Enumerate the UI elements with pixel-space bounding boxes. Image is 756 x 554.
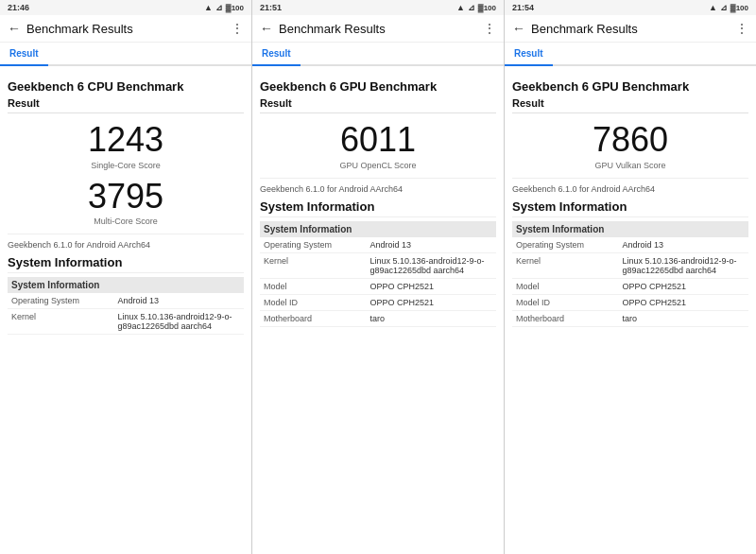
score-value: 7860 — [512, 121, 748, 159]
battery-icon: ▓100 — [478, 4, 496, 12]
result-label: Result — [260, 97, 496, 109]
row-value: Linux 5.10.136-android12-9-o-g89ac12265d… — [367, 252, 497, 278]
result-label: Result — [512, 97, 748, 109]
score-label: Single-Core Score — [8, 161, 244, 170]
wifi-icon: ⊿ — [468, 3, 475, 12]
row-value: OPPO CPH2521 — [367, 278, 497, 294]
page-title: Benchmark Results — [279, 22, 483, 36]
row-value: taro — [619, 310, 749, 326]
row-value: Android 13 — [367, 237, 497, 253]
system-info-table: System Information Operating System Andr… — [8, 277, 244, 335]
table-header: System Information — [8, 277, 244, 293]
table-row: Model OPPO CPH2521 — [260, 278, 496, 294]
row-key: Motherboard — [260, 310, 367, 326]
status-bar: 21:54 ▲ ⊿ ▓100 — [505, 0, 756, 15]
row-value: OPPO CPH2521 — [367, 294, 497, 310]
battery-icon: ▓100 — [730, 4, 748, 12]
row-key: Model — [260, 278, 367, 294]
status-time: 21:46 — [8, 3, 29, 12]
signal-icon: ▲ — [709, 3, 717, 12]
back-button[interactable]: ← — [8, 21, 21, 36]
geekbench-note: Geekbench 6.1.0 for Android AArch64 — [8, 234, 244, 250]
benchmark-title: Geekbench 6 CPU Benchmark — [8, 79, 244, 94]
score-label: Multi-Core Score — [8, 216, 244, 226]
back-button[interactable]: ← — [512, 21, 525, 36]
row-key: Motherboard — [512, 310, 619, 326]
status-icons: ▲ ⊿ ▓100 — [204, 3, 244, 12]
row-value: taro — [367, 310, 497, 326]
system-info-title: System Information — [8, 255, 244, 273]
wifi-icon: ⊿ — [215, 3, 223, 12]
top-bar: ← Benchmark Results ⋮ — [0, 15, 251, 43]
phone-panel-2: 21:51 ▲ ⊿ ▓100 ← Benchmark Results ⋮ Res… — [252, 0, 505, 554]
row-value: Android 13 — [114, 293, 245, 309]
table-row: Model OPPO CPH2521 — [512, 278, 748, 294]
phone-panel-1: 21:46 ▲ ⊿ ▓100 ← Benchmark Results ⋮ Res… — [0, 0, 252, 554]
row-key: Model ID — [260, 294, 367, 310]
table-row: Motherboard taro — [260, 310, 496, 326]
tab-result[interactable]: Result — [505, 43, 553, 66]
table-header: System Information — [512, 221, 748, 237]
benchmark-title: Geekbench 6 GPU Benchmark — [512, 79, 748, 94]
divider — [512, 113, 748, 113]
top-bar: ← Benchmark Results ⋮ — [505, 15, 756, 43]
table-row: Operating System Android 13 — [8, 293, 244, 309]
row-value: Linux 5.10.136-android12-9-o-g89ac12265d… — [114, 309, 245, 335]
content-area: Geekbench 6 CPU Benchmark Result 1243 Si… — [0, 66, 251, 554]
row-key: Kernel — [8, 309, 114, 335]
system-info-title: System Information — [512, 199, 748, 217]
row-key: Operating System — [8, 293, 114, 309]
content-area: Geekbench 6 GPU Benchmark Result 7860 GP… — [505, 66, 756, 554]
content-area: Geekbench 6 GPU Benchmark Result 6011 GP… — [252, 66, 504, 554]
score-value: 6011 — [260, 121, 496, 159]
table-header: System Information — [260, 221, 496, 237]
status-time: 21:54 — [512, 3, 534, 12]
page-title: Benchmark Results — [26, 22, 231, 36]
page-title: Benchmark Results — [531, 22, 735, 36]
score-label: GPU OpenCL Score — [260, 161, 496, 170]
row-key: Operating System — [512, 237, 619, 253]
menu-button[interactable]: ⋮ — [483, 21, 496, 36]
row-value: Linux 5.10.136-android12-9-o-g89ac12265d… — [619, 252, 749, 278]
signal-icon: ▲ — [204, 3, 213, 12]
system-info-table: System Information Operating System Andr… — [260, 221, 496, 327]
signal-icon: ▲ — [456, 3, 465, 12]
tab-result[interactable]: Result — [0, 43, 48, 66]
back-button[interactable]: ← — [260, 21, 273, 36]
row-key: Kernel — [260, 252, 367, 278]
table-row: Model ID OPPO CPH2521 — [512, 294, 748, 310]
row-key: Kernel — [512, 252, 619, 278]
score-group: 3795 Multi-Core Score — [8, 178, 244, 227]
table-row: Motherboard taro — [512, 310, 748, 326]
row-value: OPPO CPH2521 — [619, 294, 749, 310]
tab-result[interactable]: Result — [252, 43, 301, 66]
table-row: Model ID OPPO CPH2521 — [260, 294, 496, 310]
score-group: 1243 Single-Core Score — [8, 121, 244, 170]
row-key: Model — [512, 278, 619, 294]
system-info-section: System Information System Information Op… — [8, 255, 244, 335]
tab-bar: Result — [505, 43, 756, 66]
status-icons: ▲ ⊿ ▓100 — [709, 3, 748, 12]
row-value: Android 13 — [619, 237, 749, 253]
status-bar: 21:51 ▲ ⊿ ▓100 — [252, 0, 504, 15]
row-key: Operating System — [260, 237, 367, 253]
score-value: 1243 — [8, 121, 244, 159]
geekbench-note: Geekbench 6.1.0 for Android AArch64 — [512, 178, 748, 194]
score-group: 6011 GPU OpenCL Score — [260, 121, 496, 170]
row-value: OPPO CPH2521 — [619, 278, 749, 294]
top-bar: ← Benchmark Results ⋮ — [252, 15, 504, 43]
system-info-table: System Information Operating System Andr… — [512, 221, 748, 327]
row-key: Model ID — [512, 294, 619, 310]
result-label: Result — [8, 97, 244, 109]
menu-button[interactable]: ⋮ — [231, 21, 244, 36]
tab-bar: Result — [0, 43, 251, 66]
table-row: Kernel Linux 5.10.136-android12-9-o-g89a… — [8, 309, 244, 335]
phone-panel-3: 21:54 ▲ ⊿ ▓100 ← Benchmark Results ⋮ Res… — [505, 0, 756, 554]
table-row: Operating System Android 13 — [512, 237, 748, 253]
menu-button[interactable]: ⋮ — [735, 21, 748, 36]
system-info-section: System Information System Information Op… — [260, 199, 496, 327]
score-value: 3795 — [8, 178, 244, 216]
benchmark-title: Geekbench 6 GPU Benchmark — [260, 79, 496, 94]
system-info-section: System Information System Information Op… — [512, 199, 748, 327]
status-icons: ▲ ⊿ ▓100 — [456, 3, 496, 12]
